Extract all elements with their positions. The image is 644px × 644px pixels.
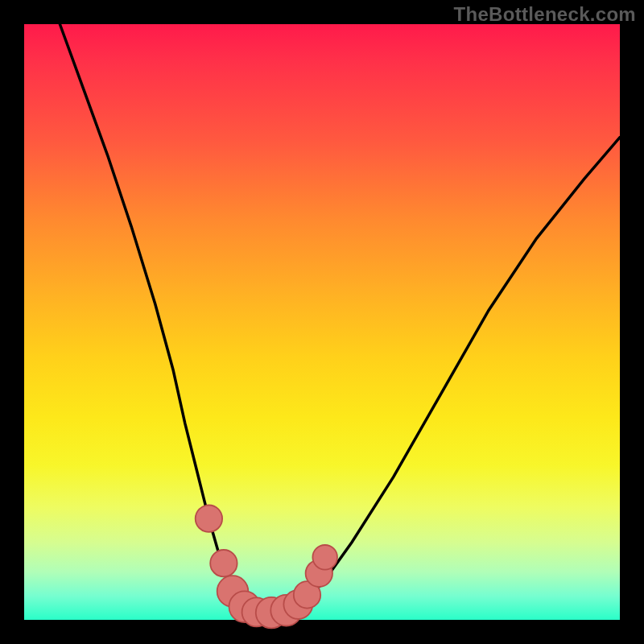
data-marker [196, 506, 222, 532]
data-marker [210, 550, 237, 576]
marker-group [196, 506, 337, 629]
bottleneck-curve [60, 24, 620, 613]
watermark-text: TheBottleneck.com [454, 3, 636, 26]
data-marker [312, 545, 337, 570]
outer-frame: TheBottleneck.com [0, 0, 644, 644]
plot-area [24, 24, 620, 620]
chart-svg [24, 24, 620, 620]
